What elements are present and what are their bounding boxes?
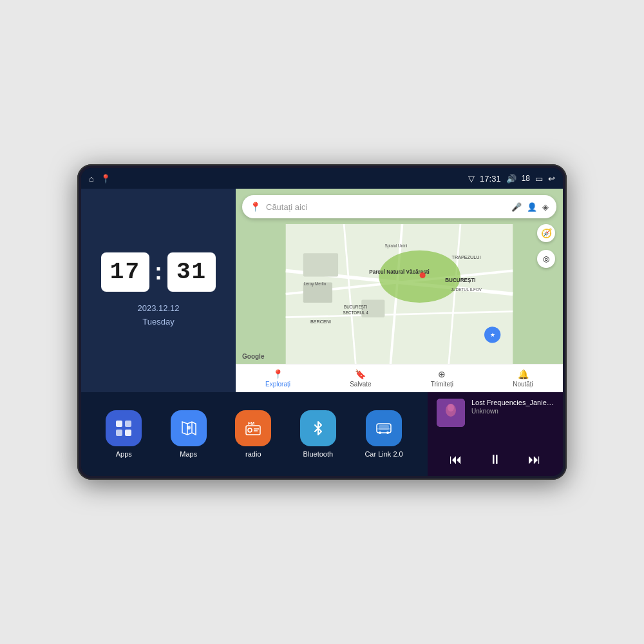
apps-section: Apps Maps bbox=[81, 392, 428, 476]
app-item-maps[interactable]: Maps bbox=[171, 410, 207, 458]
clock-widget: 17 : 31 2023.12.12 Tuesday bbox=[81, 189, 236, 392]
svg-text:BUCUREȘTI: BUCUREȘTI bbox=[344, 305, 368, 310]
explore-icon: 📍 bbox=[272, 369, 283, 379]
maps-label: Maps bbox=[180, 450, 197, 458]
map-search-bar[interactable]: 📍 Căutați aici 🎤 👤 ◈ bbox=[242, 195, 556, 218]
svg-text:Leroy Merlin: Leroy Merlin bbox=[304, 281, 327, 287]
svg-rect-24 bbox=[125, 421, 131, 427]
layers-icon[interactable]: ◈ bbox=[542, 202, 549, 212]
maps-icon bbox=[171, 410, 207, 446]
battery-icon: ▭ bbox=[535, 174, 543, 184]
svg-rect-37 bbox=[379, 425, 389, 430]
home-icon[interactable]: ⌂ bbox=[89, 174, 94, 184]
profile-icon[interactable]: 👤 bbox=[527, 202, 537, 212]
app-item-bluetooth[interactable]: Bluetooth bbox=[300, 410, 336, 458]
music-info: Lost Frequencies_Janieck Devy-... Unknow… bbox=[437, 399, 554, 427]
svg-point-20 bbox=[420, 272, 426, 278]
map-nav-share[interactable]: ⊕ Trimiteți bbox=[431, 369, 453, 388]
svg-rect-8 bbox=[303, 253, 338, 276]
map-nav-saved[interactable]: 🔖 Salvate bbox=[350, 369, 371, 388]
map-area: Parcul Natural Văcărești TRAPEZULUI BUCU… bbox=[236, 224, 563, 364]
carlink-icon bbox=[366, 410, 402, 446]
device-screen: ⌂ 📍 ▽ 17:31 🔊 18 ▭ ↩ 17 : bbox=[81, 168, 563, 476]
app-item-apps[interactable]: Apps bbox=[106, 410, 142, 458]
map-nav-explore[interactable]: 📍 Explorați bbox=[265, 369, 290, 388]
svg-text:BUCUREȘTI: BUCUREȘTI bbox=[445, 278, 475, 283]
news-icon: 🔔 bbox=[518, 369, 529, 379]
clock-display: 17 : 31 bbox=[101, 252, 216, 292]
music-thumbnail bbox=[437, 399, 465, 427]
svg-rect-25 bbox=[116, 430, 122, 436]
svg-rect-23 bbox=[116, 421, 122, 427]
music-controls: ⏮ ⏸ ⏭ bbox=[437, 450, 554, 469]
share-icon: ⊕ bbox=[438, 369, 446, 379]
mic-icon[interactable]: 🎤 bbox=[511, 202, 522, 212]
svg-point-43 bbox=[448, 404, 454, 412]
svg-text:Splaiul Unirii: Splaiul Unirii bbox=[384, 243, 407, 249]
status-time: 17:31 bbox=[480, 174, 501, 184]
volume-icon[interactable]: 🔊 bbox=[506, 174, 516, 184]
signal-icon: ▽ bbox=[468, 174, 475, 184]
status-bar: ⌂ 📍 ▽ 17:31 🔊 18 ▭ ↩ bbox=[81, 168, 563, 189]
svg-point-39 bbox=[386, 431, 389, 434]
svg-text:TRAPEZULUI: TRAPEZULUI bbox=[452, 254, 481, 260]
music-title: Lost Frequencies_Janieck Devy-... bbox=[471, 399, 554, 406]
status-left: ⌂ 📍 bbox=[89, 174, 111, 184]
clock-hours: 17 bbox=[101, 252, 149, 292]
apps-label: Apps bbox=[116, 450, 132, 458]
app-item-carlink[interactable]: Car Link 2.0 bbox=[365, 410, 402, 458]
svg-text:★: ★ bbox=[490, 332, 495, 338]
svg-text:SECTORUL 4: SECTORUL 4 bbox=[343, 310, 369, 315]
music-artist: Unknown bbox=[471, 408, 554, 415]
map-search-icons: 🎤 👤 ◈ bbox=[511, 202, 549, 212]
svg-point-30 bbox=[187, 426, 191, 430]
explore-label: Explorați bbox=[265, 381, 290, 388]
svg-text:JUDEȚUL ILFOV: JUDEȚUL ILFOV bbox=[451, 287, 482, 292]
device-frame: ⌂ 📍 ▽ 17:31 🔊 18 ▭ ↩ 17 : bbox=[77, 164, 567, 480]
music-text: Lost Frequencies_Janieck Devy-... Unknow… bbox=[471, 399, 554, 415]
radio-icon: FM bbox=[235, 410, 271, 446]
music-player: Lost Frequencies_Janieck Devy-... Unknow… bbox=[428, 392, 563, 476]
maps-pin-icon[interactable]: 📍 bbox=[100, 174, 111, 184]
main-content: 17 : 31 2023.12.12 Tuesday 📍 Căutați aic… bbox=[81, 189, 563, 476]
share-label: Trimiteți bbox=[431, 381, 453, 388]
bottom-section: Apps Maps bbox=[81, 392, 563, 476]
map-location-button[interactable]: ◎ bbox=[537, 250, 555, 268]
clock-minutes: 31 bbox=[167, 252, 216, 292]
saved-label: Salvate bbox=[350, 381, 371, 388]
news-label: Noutăți bbox=[513, 381, 533, 388]
svg-text:FM: FM bbox=[248, 421, 254, 426]
map-search-placeholder[interactable]: Căutați aici bbox=[266, 202, 506, 212]
google-watermark: Google bbox=[242, 353, 264, 360]
carlink-label: Car Link 2.0 bbox=[365, 450, 402, 458]
map-nav-news[interactable]: 🔔 Noutăți bbox=[513, 369, 533, 388]
prev-button[interactable]: ⏮ bbox=[443, 450, 469, 469]
back-icon[interactable]: ↩ bbox=[548, 174, 555, 184]
clock-date-line1: 2023.12.12 bbox=[137, 302, 179, 316]
map-compass[interactable]: 🧭 bbox=[537, 224, 555, 242]
top-section: 17 : 31 2023.12.12 Tuesday 📍 Căutați aic… bbox=[81, 189, 563, 392]
next-button[interactable]: ⏭ bbox=[522, 450, 547, 469]
play-pause-button[interactable]: ⏸ bbox=[482, 450, 508, 469]
map-bottom-bar: 📍 Explorați 🔖 Salvate ⊕ Trimiteți 🔔 bbox=[236, 364, 563, 392]
bluetooth-label: Bluetooth bbox=[303, 450, 333, 458]
svg-point-7 bbox=[379, 251, 460, 303]
bluetooth-icon bbox=[300, 410, 336, 446]
radio-label: radio bbox=[245, 450, 261, 458]
clock-date-line2: Tuesday bbox=[137, 316, 179, 329]
app-item-radio[interactable]: FM radio bbox=[235, 410, 271, 458]
status-right: ▽ 17:31 🔊 18 ▭ ↩ bbox=[468, 174, 555, 184]
svg-point-38 bbox=[379, 431, 381, 434]
battery-level: 18 bbox=[522, 174, 530, 183]
apps-icon bbox=[106, 410, 142, 446]
map-pin-icon: 📍 bbox=[250, 202, 261, 212]
clock-colon: : bbox=[155, 258, 162, 285]
svg-point-33 bbox=[248, 428, 252, 432]
saved-icon: 🔖 bbox=[355, 369, 366, 379]
svg-rect-26 bbox=[125, 430, 131, 436]
clock-date: 2023.12.12 Tuesday bbox=[137, 302, 179, 329]
svg-text:BERCENI: BERCENI bbox=[310, 319, 331, 325]
map-widget[interactable]: 📍 Căutați aici 🎤 👤 ◈ bbox=[236, 189, 563, 392]
